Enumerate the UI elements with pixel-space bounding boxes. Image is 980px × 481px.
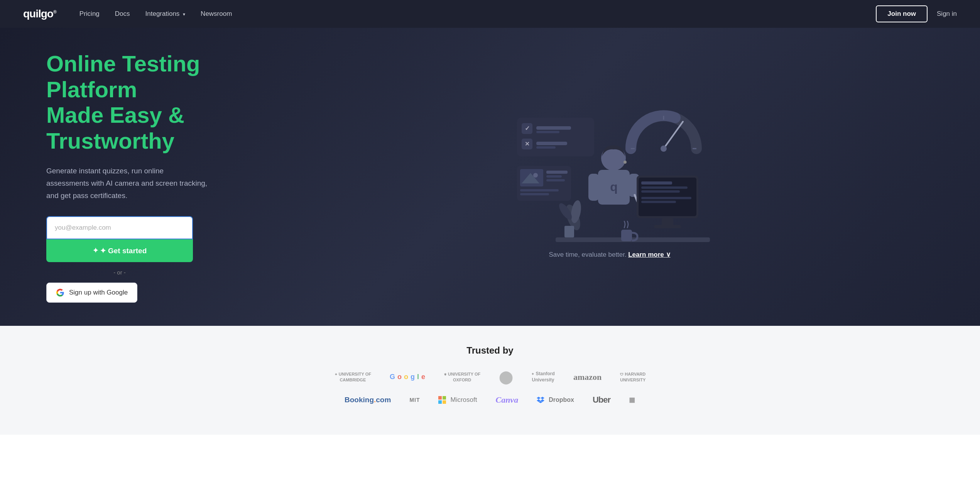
svg-rect-38 [641,186,688,189]
logo[interactable]: quilgo® [23,8,56,20]
logo-booking: Booking.com [345,396,391,404]
svg-rect-12 [536,142,567,145]
logo-cambridge: ✦ UNIVERSITY OFCAMBRIDGE [335,371,371,383]
dropbox-icon [537,396,544,404]
join-now-button[interactable]: Join now [876,5,928,22]
logo-amazon: amazon [573,372,602,382]
email-form: ✦ ✦ Get started [46,216,193,262]
svg-rect-20 [546,179,565,181]
hero-title: Online Testing Platform Made Easy & Trus… [46,51,286,154]
svg-rect-19 [546,175,562,178]
logo-microsoft: Microsoft [438,396,477,404]
sparkle-icon: ✦ [93,246,98,255]
svg-rect-45 [438,396,442,400]
sign-in-button[interactable]: Sign in [937,10,957,18]
google-icon [56,288,64,297]
svg-rect-26 [564,226,574,237]
svg-rect-46 [443,396,446,400]
logo-stanford: ✦ StanfordUniversity [531,371,555,383]
logo-square: ■ [629,394,635,406]
nav-links: Pricing Docs Integrations ▾ Newsroom [79,10,876,18]
svg-point-17 [533,173,538,178]
nav-integrations[interactable]: Integrations ▾ [145,10,186,18]
hero-bottom-text: Save time, evaluate better. Learn more ∨ [549,251,670,259]
nav-right: Join now Sign in [876,5,957,22]
google-signup-button[interactable]: Sign up with Google [46,283,137,303]
logo-canva: Canva [495,395,518,405]
svg-line-0 [664,122,683,149]
or-divider: - or - [46,269,193,276]
nav-newsroom[interactable]: Newsroom [201,10,232,18]
svg-rect-40 [641,197,691,199]
svg-rect-39 [641,190,680,193]
trusted-section: Trusted by ✦ UNIVERSITY OFCAMBRIDGE Goog… [0,326,980,435]
hero-illustration: ✓ ✕ [509,95,710,257]
svg-point-28 [623,161,627,164]
chevron-down-icon: ∨ [666,251,671,258]
svg-rect-18 [546,171,568,174]
svg-text:✓: ✓ [525,125,530,132]
hero-subtitle: Generate instant quizzes, run online ass… [46,165,208,202]
svg-rect-47 [438,400,442,404]
nav-docs[interactable]: Docs [115,10,130,18]
svg-rect-31 [588,174,599,201]
svg-text:q: q [610,180,618,194]
email-input[interactable] [46,216,193,239]
navbar: quilgo® Pricing Docs Integrations ▾ News… [0,0,980,28]
svg-rect-41 [641,201,676,203]
logo-oxford: ⚜ UNIVERSITY OFOXFORD [444,371,480,383]
chevron-down-icon: ▾ [183,12,185,17]
logo-brain: ⬤ [499,370,513,384]
svg-point-1 [661,146,667,152]
logo-google: Google [390,373,425,381]
svg-rect-8 [536,126,571,130]
svg-rect-42 [662,218,673,226]
svg-rect-44 [621,230,632,241]
svg-rect-13 [536,146,556,149]
hero-right: ✓ ✕ [286,95,934,259]
logo-uber: Uber [593,395,610,405]
svg-rect-43 [654,225,681,228]
svg-rect-48 [443,400,446,404]
svg-rect-37 [641,181,672,185]
svg-rect-21 [520,189,559,191]
logo-harvard: 🛡 HARVARDUNIVERSITY [620,371,645,383]
logos-row-1: ✦ UNIVERSITY OFCAMBRIDGE Google ⚜ UNIVER… [23,370,957,384]
learn-more-link[interactable]: Learn more ∨ [628,251,670,258]
trusted-title: Trusted by [23,345,957,356]
hero-section: Online Testing Platform Made Easy & Trus… [0,28,980,326]
hero-left: Online Testing Platform Made Easy & Trus… [46,51,286,303]
logos-row-2: Booking.com MIT Microsoft Canva Dropbox [23,394,957,406]
logo-dropbox: Dropbox [537,396,574,404]
logo-mit: MIT [409,397,420,403]
svg-text:✕: ✕ [525,141,530,147]
nav-pricing[interactable]: Pricing [79,10,100,18]
svg-rect-22 [520,193,549,195]
svg-rect-9 [536,131,559,133]
microsoft-icon [438,396,446,404]
get-started-button[interactable]: ✦ ✦ Get started [46,239,193,262]
